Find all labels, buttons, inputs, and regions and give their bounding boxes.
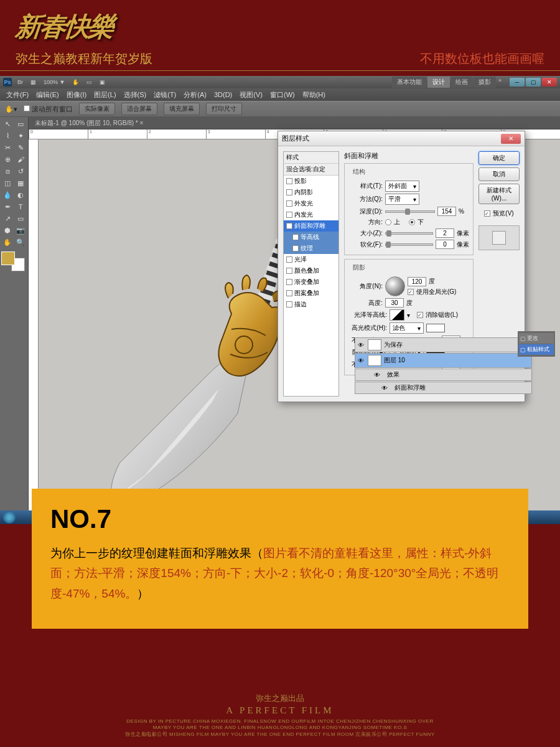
eyedropper-tool[interactable]: ✎ <box>14 142 27 153</box>
preview-checkbox[interactable] <box>484 210 490 217</box>
gloss-contour[interactable] <box>390 309 404 321</box>
menu-help[interactable]: 帮助(H) <box>299 89 329 101</box>
dialog-close-button[interactable]: ✕ <box>501 134 521 144</box>
dir-up-radio[interactable] <box>385 219 391 225</box>
type-tool[interactable]: T <box>14 201 27 212</box>
3d-tool[interactable]: ⬢ <box>1 225 14 236</box>
style-inner-shadow[interactable]: 内阴影 <box>284 187 338 198</box>
minimize-button[interactable]: ─ <box>510 78 525 87</box>
style-satin[interactable]: 光泽 <box>284 254 338 265</box>
hand-icon[interactable]: ✋ <box>70 78 81 86</box>
menu-layer[interactable]: 图层(L) <box>91 89 119 101</box>
size-input[interactable]: 2 <box>436 228 454 238</box>
menu-filter[interactable]: 滤镜(T) <box>151 89 179 101</box>
maximize-button[interactable]: ▢ <box>526 78 541 87</box>
foreground-color[interactable] <box>1 251 15 265</box>
shape-tool[interactable]: ▭ <box>14 213 27 224</box>
screen-icon[interactable]: ▣ <box>98 78 107 86</box>
zoom-display[interactable]: 100% ▼ <box>42 78 67 86</box>
style-pattern-overlay[interactable]: 图案叠加 <box>284 288 338 299</box>
print-size-button[interactable]: 打印尺寸 <box>206 103 242 115</box>
lasso-tool[interactable]: ⌇ <box>1 130 14 141</box>
ok-button[interactable]: 确定 <box>478 151 520 165</box>
crop-tool[interactable]: ✂ <box>1 142 14 153</box>
style-bevel-emboss[interactable]: 斜面和浮雕 <box>284 220 338 232</box>
antialias-checkbox[interactable] <box>417 312 423 318</box>
hand-tool[interactable]: ✋ <box>1 237 14 248</box>
new-style-button[interactable]: 新建样式(W)... <box>478 184 520 204</box>
workspace-tab[interactable]: 基本功能 <box>392 77 427 88</box>
angle-input[interactable]: 120 <box>408 277 426 286</box>
layer-row[interactable]: 👁为保存 <box>355 337 532 352</box>
path-tool[interactable]: ↗ <box>1 213 14 224</box>
style-color-overlay[interactable]: 颜色叠加 <box>284 265 338 276</box>
soften-slider[interactable] <box>385 243 433 246</box>
history-item-selected[interactable]: ▢粘贴样式 <box>519 344 554 355</box>
document-tab[interactable]: 未标题-1 @ 100% (图层 10, RGB/8) * × <box>29 117 560 129</box>
menu-select[interactable]: 选择(S) <box>121 89 150 101</box>
style-drop-shadow[interactable]: 投影 <box>284 176 338 187</box>
workspace-tab[interactable]: 摄影 <box>474 77 496 88</box>
global-light-checkbox[interactable] <box>408 289 414 295</box>
eraser-tool[interactable]: ◫ <box>1 177 14 189</box>
menu-window[interactable]: 窗口(W) <box>267 89 298 101</box>
depth-input[interactable]: 154 <box>437 207 456 216</box>
view-icon[interactable]: ▭ <box>85 78 94 86</box>
bridge-icon[interactable]: Br <box>16 78 25 86</box>
style-inner-glow[interactable]: 内发光 <box>284 209 338 220</box>
dodge-tool[interactable]: ◐ <box>14 189 27 200</box>
soften-input[interactable]: 0 <box>436 240 454 249</box>
menu-view[interactable]: 视图(V) <box>236 89 266 101</box>
style-gradient-overlay[interactable]: 渐变叠加 <box>284 276 338 288</box>
gradient-tool[interactable]: ▦ <box>14 177 27 189</box>
healing-tool[interactable]: ⊕ <box>1 154 14 165</box>
method-select[interactable]: 平滑▾ <box>385 194 419 205</box>
history-item[interactable]: ▢更改 <box>519 333 554 344</box>
angle-dial[interactable] <box>385 276 405 296</box>
actual-pixels-button[interactable]: 实际像素 <box>79 103 115 115</box>
style-outer-glow[interactable]: 外发光 <box>284 198 338 209</box>
style-stroke[interactable]: 描边 <box>284 299 338 310</box>
brush-tool[interactable]: 🖌 <box>14 154 27 165</box>
dir-down-radio[interactable] <box>409 219 415 225</box>
depth-slider[interactable] <box>385 210 435 213</box>
highlight-color[interactable] <box>426 324 445 332</box>
cancel-button[interactable]: 取消 <box>478 167 520 181</box>
stamp-tool[interactable]: ⧈ <box>1 166 14 177</box>
dialog-titlebar[interactable]: 图层样式 ✕ <box>278 131 525 146</box>
blend-options[interactable]: 混合选项:自定 <box>284 164 338 176</box>
workspace-tab[interactable]: 设计 <box>427 77 450 88</box>
blur-tool[interactable]: 💧 <box>1 189 14 200</box>
scroll-all-checkbox[interactable]: 滚动所有窗口 <box>24 105 73 114</box>
mb-icon[interactable]: ▦ <box>29 78 38 86</box>
close-button[interactable]: ✕ <box>542 78 557 87</box>
marquee-tool[interactable]: ▭ <box>14 118 27 129</box>
layer-row-selected[interactable]: 👁图层 10 <box>355 353 532 368</box>
menu-3d[interactable]: 3D(D) <box>211 90 235 100</box>
workspace-tab[interactable]: 绘画 <box>450 77 473 88</box>
hand-tool-icon[interactable]: ✋▾ <box>5 105 17 113</box>
color-swatch[interactable] <box>1 251 25 271</box>
workspace-more-icon[interactable]: » <box>497 77 503 88</box>
layer-effect-bevel[interactable]: 👁 斜面和浮雕 <box>355 382 532 394</box>
fill-screen-button[interactable]: 填充屏幕 <box>164 103 200 115</box>
styles-header[interactable]: 样式 <box>284 152 338 164</box>
history-brush-tool[interactable]: ↺ <box>14 166 27 177</box>
fit-screen-button[interactable]: 适合屏幕 <box>121 103 157 115</box>
menu-file[interactable]: 文件(F) <box>3 89 32 101</box>
3d-camera-tool[interactable]: 📷 <box>14 225 27 236</box>
zoom-tool[interactable]: 🔍 <box>14 237 27 248</box>
pen-tool[interactable]: ✒ <box>1 201 14 212</box>
menu-edit[interactable]: 编辑(E) <box>33 89 62 101</box>
altitude-input[interactable]: 30 <box>385 298 404 308</box>
menu-analysis[interactable]: 分析(A) <box>180 89 210 101</box>
move-tool[interactable]: ↖ <box>1 118 14 129</box>
layer-effects[interactable]: 👁 效果 <box>355 369 532 381</box>
wand-tool[interactable]: ✦ <box>14 130 27 141</box>
size-slider[interactable] <box>385 232 433 235</box>
style-contour[interactable]: 等高线 <box>284 232 338 243</box>
style-select[interactable]: 外斜面▾ <box>385 181 419 192</box>
menu-image[interactable]: 图像(I) <box>63 89 90 101</box>
style-texture[interactable]: 纹理 <box>284 243 338 254</box>
highlight-mode-select[interactable]: 滤色▾ <box>390 322 424 334</box>
